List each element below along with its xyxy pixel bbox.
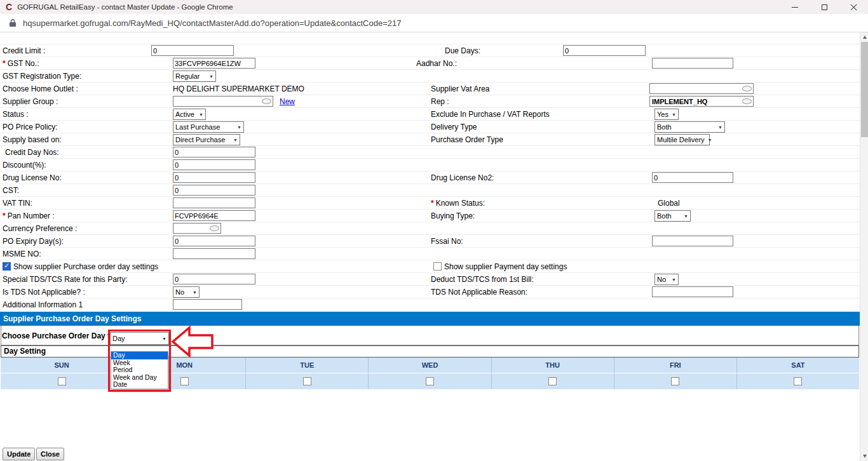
day-column-header: SAT [737,357,859,373]
lookup-ellipse-icon[interactable] [742,98,752,104]
day-checkbox-cell [492,373,614,389]
chevron-down-icon [196,109,205,119]
cst-input[interactable] [173,185,255,196]
checkbox-sat[interactable] [794,377,802,385]
discount-input[interactable] [173,159,255,170]
credit-limit-label: Credit Limit : [3,46,45,55]
form-row: PO Expiry Day(s): Fssai No: [0,235,860,248]
day-checkbox-cell [737,373,859,389]
form-row: Currency Preference : [0,222,860,235]
day-checkbox-cell [369,373,491,389]
buying-type-select[interactable]: Both [654,210,691,222]
day-column-header: THU [492,357,614,373]
supply-based-on-select[interactable]: Direct Purchase [173,134,240,145]
msme-no-input[interactable] [173,248,255,259]
known-status-label: *Known Status: [431,199,485,208]
vertical-scrollbar[interactable] [860,32,868,461]
is-tds-not-applicable-select[interactable]: No [173,286,200,298]
credit-limit-input[interactable] [151,45,234,56]
maximize-button[interactable] [810,0,839,14]
supplier-group-lookup[interactable] [173,96,273,107]
form-row: Credit Limit : Due Days: [0,44,860,57]
close-page-button[interactable]: Close [36,448,64,460]
minimize-button[interactable] [780,0,810,14]
fssai-no-label: Fssai No: [431,237,463,246]
form-row: Supply based on: Direct Purchase Purchas… [0,133,860,146]
form-row: Supplier Group : New Rep : IMPLEMENT_HQ [0,95,860,108]
form-row: Credit Day Nos: [0,146,860,159]
option-week[interactable]: Week [111,359,168,367]
choose-home-outlet-label: Choose Home Outlet : [3,84,78,93]
show-po-day-settings-checkbox[interactable] [3,262,11,271]
form-row: Additional Information 1 [0,298,860,312]
pan-number-input[interactable] [173,210,255,221]
checkbox-thu[interactable] [548,377,557,385]
form-row: Discount(%): [0,159,860,171]
vat-tin-input[interactable] [173,197,255,208]
arrow-down-icon [863,455,867,458]
aadhar-no-input[interactable] [652,58,733,69]
additional-information-1-input[interactable] [173,299,242,310]
new-supplier-group-link[interactable]: New [280,97,295,106]
lookup-ellipse-icon[interactable] [262,98,271,104]
known-status-value: Global [658,199,680,208]
checkbox-tue[interactable] [303,377,311,385]
drug-license-no-label: Drug License No: [3,173,62,182]
exclude-reports-select[interactable]: Yes [654,109,679,120]
purchase-order-type-select[interactable]: Multile Delivery [654,134,710,145]
po-price-policy-select[interactable]: Last Purchase [173,121,244,133]
option-date[interactable]: Date [111,381,168,389]
form-row: MSME NO: [0,248,860,260]
drug-license-no-input[interactable] [173,172,255,183]
update-button[interactable]: Update [3,448,35,460]
supplier-vat-area-lookup[interactable] [649,83,754,94]
day-column-header: WED [369,357,491,373]
vat-tin-label: VAT TIN: [3,199,32,208]
option-week-and-day[interactable]: Week and Day [111,374,168,382]
fssai-no-input[interactable] [652,236,733,246]
rep-lookup[interactable]: IMPLEMENT_HQ [649,96,754,107]
drug-license-no2-input[interactable] [652,172,733,183]
checkbox-fri[interactable] [671,377,679,385]
show-payment-day-settings-checkbox[interactable] [433,262,442,271]
lock-icon[interactable] [9,18,17,27]
gst-no-input[interactable] [173,58,255,69]
is-tds-not-applicable-label: Is TDS Not Applicable? : [3,288,85,297]
day-column-header: FRI [614,357,737,373]
deduct-tds-select[interactable]: No [654,274,679,285]
scrollbar-thumb[interactable] [861,42,868,137]
supply-based-on-label: Supply based on: [3,135,62,144]
checkbox-wed[interactable] [426,377,434,385]
status-select[interactable]: Active [173,109,206,120]
option-period[interactable]: Period [111,366,168,374]
deduct-tds-label: Deduct TDS/TCS from 1st Bill: [431,275,534,284]
gst-registration-type-select[interactable]: Regular [173,70,216,82]
checkbox-mon[interactable] [180,377,189,385]
lookup-ellipse-icon[interactable] [210,225,219,231]
scroll-down-button[interactable] [860,451,868,461]
address-bar: hqsupermarket.gofrugal.com/RayMedi_HQ/co… [0,14,868,32]
purchase-order-day-type-select[interactable]: Day [110,332,169,345]
po-expiry-days-input[interactable] [173,236,255,246]
lookup-ellipse-icon[interactable] [742,86,752,91]
cst-label: CST: [3,186,19,195]
delivery-type-select[interactable]: Both [654,121,725,133]
day-checkbox-cell [614,373,737,389]
currency-preference-lookup[interactable] [173,223,221,234]
supplier-vat-area-label: Supplier Vat Area [431,84,490,93]
purchase-order-type-label: Purchase Order Type [431,135,503,144]
tds-not-applicable-reason-input[interactable] [652,286,733,297]
msme-no-label: MSME NO: [3,250,41,258]
close-button[interactable] [839,0,868,14]
form-row: PO Price Policy: Last Purchase Delivery … [0,121,860,133]
rep-label: Rep : [431,97,449,106]
checkbox-sun[interactable] [58,377,66,385]
option-day[interactable]: Day [111,352,168,359]
url-text[interactable]: hqsupermarket.gofrugal.com/RayMedi_HQ/co… [23,18,401,28]
credit-day-nos-input[interactable] [173,147,255,157]
due-days-label: Due Days: [445,46,480,55]
special-tds-rate-input[interactable] [173,274,255,284]
form-row: Choose Home Outlet : HQ DELIGHT SUPERMAR… [0,83,860,95]
scroll-up-button[interactable] [860,32,868,42]
due-days-input[interactable] [563,45,646,56]
